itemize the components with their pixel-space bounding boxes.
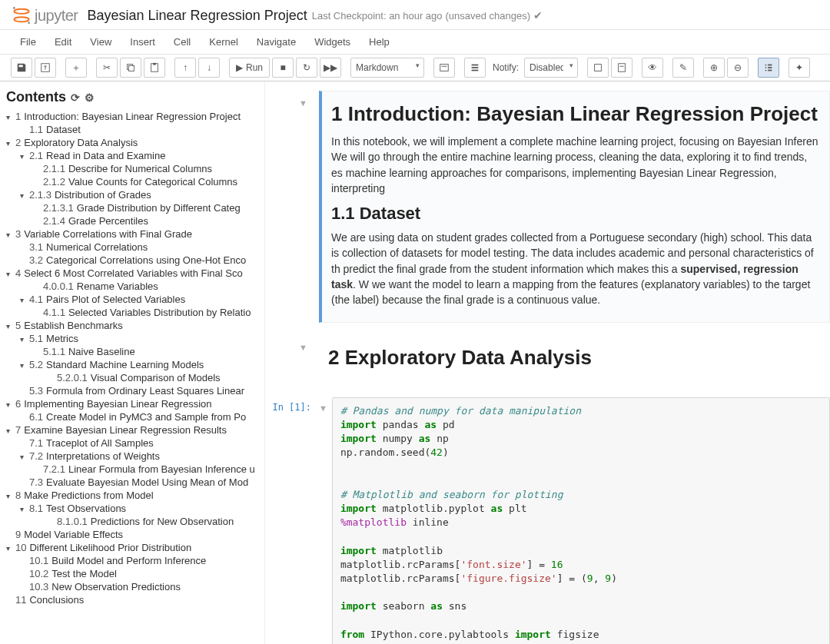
- toc-item[interactable]: 11Conclusions: [6, 593, 260, 606]
- menu-kernel[interactable]: Kernel: [200, 32, 247, 52]
- toc-item[interactable]: 5.2.0.1Visual Comparison of Models: [6, 371, 260, 384]
- toc-item[interactable]: ▾4.1Pairs Plot of Selected Variables: [6, 293, 260, 306]
- collapse-toggle-icon[interactable]: ▼: [319, 397, 332, 413]
- jupyter-logo[interactable]: jupyter: [11, 5, 78, 26]
- menu-navigate[interactable]: Navigate: [247, 32, 305, 52]
- rendered-markdown: 2 Exploratory Data Analysis: [319, 335, 830, 385]
- toc-item[interactable]: 10.1Build Model and Perform Inference: [6, 554, 260, 567]
- toc-item[interactable]: ▾5.1Metrics: [6, 332, 260, 345]
- wand-icon: ✦: [795, 62, 803, 73]
- toc-item[interactable]: ▾2Exploratory Data Analysis: [6, 136, 260, 149]
- code-cell-1[interactable]: In [1]: ▼ # Pandas and numpy for data ma…: [265, 397, 830, 644]
- notify-label: Notify:: [493, 62, 519, 73]
- toc-item[interactable]: 10.2Test the Model: [6, 567, 260, 580]
- toc-item[interactable]: ▾7Examine Bayesian Linear Regression Res…: [6, 423, 260, 437]
- run-button[interactable]: ▶Run: [229, 58, 270, 78]
- collapse-toggle-icon[interactable]: ▼: [299, 98, 307, 108]
- toc-toggle-button[interactable]: [758, 58, 779, 78]
- ext-button-4[interactable]: ✎: [672, 58, 694, 78]
- menu-insert[interactable]: Insert: [121, 32, 164, 52]
- save-button[interactable]: [11, 58, 32, 78]
- menu-cell[interactable]: Cell: [164, 32, 200, 52]
- toc-item[interactable]: ▾7.2Interpretations of Weights: [6, 450, 260, 463]
- ext-button-3[interactable]: 👁: [642, 58, 663, 78]
- notify-select[interactable]: Disabled: [524, 58, 578, 78]
- toc-button[interactable]: [464, 58, 486, 78]
- toc-item[interactable]: ▾6Implementing Bayesian Linear Regressio…: [6, 397, 260, 410]
- toc-item[interactable]: 10.3New Observation Predictions: [6, 580, 260, 593]
- toc-item[interactable]: 2.1.3.1Grade Distribution by Different C…: [6, 201, 260, 214]
- list-icon: [470, 62, 480, 73]
- markdown-cell-intro[interactable]: ▼ 1 Introduction: Bayesian Linear Regres…: [265, 91, 830, 323]
- copy-button[interactable]: [120, 58, 141, 78]
- toc-item[interactable]: ▾5.2Standard Machine Learning Models: [6, 358, 260, 371]
- restart-run-all-button[interactable]: ▶▶: [320, 58, 341, 78]
- toc-item[interactable]: 7.3Evaluate Bayesian Model Using Mean of…: [6, 476, 260, 489]
- menu-file[interactable]: File: [11, 32, 45, 52]
- markdown-cell-eda[interactable]: ▼ 2 Exploratory Data Analysis: [265, 335, 830, 385]
- heading-1-eda: 2 Exploratory Data Analysis: [328, 346, 821, 370]
- cut-button[interactable]: ✂: [96, 58, 118, 78]
- gear-icon[interactable]: ⚙: [85, 91, 95, 104]
- heading-1-intro: 1 Introduction: Bayesian Linear Regressi…: [331, 102, 820, 126]
- toc-item[interactable]: 5.1.1Naive Baseline: [6, 345, 260, 358]
- toc-item[interactable]: ▾10Different Likelihood Prior Distributi…: [6, 541, 260, 554]
- notebook-title[interactable]: Bayesian Linear Regression Project: [88, 8, 307, 24]
- move-up-button[interactable]: ↑: [174, 58, 196, 78]
- toc-item[interactable]: 7.2.1Linear Formula from Bayesian Infere…: [6, 463, 260, 476]
- toc-item[interactable]: ▾1Introduction: Bayesian Linear Regressi…: [6, 110, 260, 123]
- restart-button[interactable]: ↻: [296, 58, 317, 78]
- toc-item[interactable]: ▾4Select 6 Most Correlated Variables wit…: [6, 267, 260, 280]
- command-palette-button[interactable]: [433, 58, 455, 78]
- paste-button[interactable]: [144, 58, 165, 78]
- zoom-in-button[interactable]: ⊕: [703, 58, 725, 78]
- check-icon: ✔: [533, 9, 543, 22]
- menu-view[interactable]: View: [81, 32, 121, 52]
- notebook-area[interactable]: ▼ 1 Introduction: Bayesian Linear Regres…: [265, 81, 830, 644]
- svg-point-19: [765, 67, 767, 68]
- paste-icon: [149, 62, 160, 73]
- toc-item[interactable]: ▾2.1.3Distribution of Grades: [6, 188, 260, 201]
- ext-button-2[interactable]: [611, 58, 632, 78]
- arrow-down-icon: ↓: [207, 62, 211, 73]
- code-input[interactable]: # Pandas and numpy for data manipulation…: [332, 397, 830, 644]
- toc-item[interactable]: ▾5Establish Benchmarks: [6, 319, 260, 332]
- toc-item[interactable]: 4.0.0.1Rename Variables: [6, 280, 260, 293]
- toc-item[interactable]: ▾8Make Predictions from Model: [6, 489, 260, 502]
- diskupload-button[interactable]: [35, 58, 56, 78]
- toolbar: ＋ ✂ ↑ ↓ ▶Run ■ ↻ ▶▶ Markdown Notify: Dis…: [0, 55, 830, 81]
- toc-item[interactable]: 1.1Dataset: [6, 123, 260, 136]
- run-label: Run: [246, 62, 263, 73]
- menu-edit[interactable]: Edit: [45, 32, 81, 52]
- palette-icon: [439, 62, 450, 73]
- jupyter-icon: [11, 5, 32, 26]
- refresh-icon[interactable]: ⟳: [71, 91, 80, 104]
- move-down-button[interactable]: ↓: [198, 58, 220, 78]
- zoom-out-button[interactable]: ⊖: [727, 58, 749, 78]
- toc-sidebar[interactable]: Contents ⟳ ⚙ ▾1Introduction: Bayesian Li…: [0, 81, 265, 644]
- toc-item[interactable]: 3.1Numerical Correlations: [6, 241, 260, 254]
- heading-dataset: 1.1 Dataset: [331, 204, 820, 224]
- toc-item[interactable]: ▾2.1Read in Data and Examine: [6, 149, 260, 162]
- collapse-toggle-icon[interactable]: ▼: [299, 343, 307, 352]
- toc-item[interactable]: 7.1Traceplot of All Samples: [6, 437, 260, 450]
- menu-widgets[interactable]: Widgets: [305, 32, 360, 52]
- toc-item[interactable]: 5.3Formula from Ordinary Least Squares L…: [6, 384, 260, 397]
- toc-item[interactable]: 2.1.4Grade Percentiles: [6, 214, 260, 227]
- toc-item[interactable]: 9Model Variable Effects: [6, 528, 260, 541]
- toc-item[interactable]: 6.1Create Model in PyMC3 and Sample from…: [6, 410, 260, 423]
- toc-item[interactable]: 2.1.2Value Counts for Categorical Column…: [6, 175, 260, 188]
- toc-item[interactable]: ▾8.1Test Observations: [6, 502, 260, 515]
- ext-button-1[interactable]: [587, 58, 609, 78]
- menu-help[interactable]: Help: [360, 32, 399, 52]
- add-cell-button[interactable]: ＋: [65, 58, 87, 78]
- checkpoint-status: Last Checkpoint: an hour ago: [312, 10, 443, 22]
- toc-item[interactable]: 8.1.0.1Predictions for New Observation: [6, 515, 260, 528]
- toc-item[interactable]: ▾3Variable Correlations with Final Grade: [6, 227, 260, 241]
- cell-type-select[interactable]: Markdown: [350, 58, 424, 78]
- interrupt-button[interactable]: ■: [272, 58, 294, 78]
- ext-button-5[interactable]: ✦: [788, 58, 810, 78]
- toc-item[interactable]: 3.2Categorical Correlations using One-Ho…: [6, 254, 260, 267]
- toc-item[interactable]: 4.1.1Selected Variables Distribution by …: [6, 306, 260, 319]
- toc-item[interactable]: 2.1.1Describe for Numerical Columns: [6, 162, 260, 175]
